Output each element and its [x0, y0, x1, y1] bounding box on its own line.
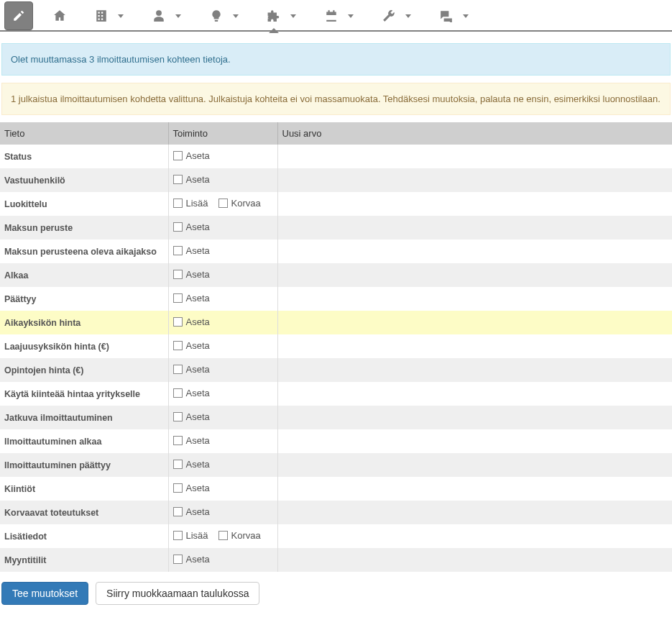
set-checkbox[interactable]: Aseta — [173, 316, 210, 327]
table-row: KiintiötAseta — [0, 477, 672, 501]
set-checkbox-input[interactable] — [173, 365, 183, 374]
add-label: Lisää — [186, 198, 208, 209]
set-checkbox-input[interactable] — [173, 175, 183, 184]
set-checkbox[interactable]: Aseta — [173, 269, 210, 280]
table-row: LuokitteluLisääKorvaa — [0, 192, 672, 216]
table-row: VastuuhenkilöAseta — [0, 168, 672, 192]
set-checkbox-input[interactable] — [173, 151, 183, 160]
set-checkbox-input[interactable] — [173, 317, 183, 327]
caret-down-icon — [233, 14, 239, 18]
replace-checkbox-input[interactable] — [218, 199, 228, 208]
set-checkbox-input[interactable] — [173, 222, 183, 232]
set-checkbox[interactable]: Aseta — [173, 150, 210, 161]
set-checkbox[interactable]: Aseta — [173, 506, 210, 517]
nav-calendar[interactable] — [310, 0, 368, 32]
lightbulb-icon — [210, 9, 223, 22]
replace-checkbox-input[interactable] — [218, 531, 228, 540]
nav-user[interactable] — [138, 0, 195, 32]
nav-chat[interactable] — [425, 0, 483, 32]
set-checkbox-input[interactable] — [173, 293, 183, 303]
field-label: Ilmoittautuminen päättyy — [4, 460, 111, 470]
edit-mode-button[interactable] — [4, 1, 33, 30]
set-label: Aseta — [186, 316, 210, 327]
mass-edit-table: Tieto Toiminto Uusi arvo StatusAsetaVast… — [0, 122, 672, 572]
set-checkbox-input[interactable] — [173, 412, 183, 421]
table-row: StatusAseta — [0, 145, 672, 168]
set-checkbox-input[interactable] — [173, 341, 183, 350]
set-checkbox-input[interactable] — [173, 483, 183, 493]
home-icon — [53, 9, 66, 22]
set-label: Aseta — [186, 459, 210, 470]
set-checkbox-input[interactable] — [173, 246, 183, 255]
nav-home[interactable] — [39, 0, 80, 32]
replace-checkbox[interactable]: Korvaa — [218, 530, 261, 541]
set-label: Aseta — [186, 554, 210, 565]
replace-checkbox[interactable]: Korvaa — [218, 198, 261, 209]
th-field: Tieto — [0, 122, 168, 145]
value-cell — [277, 287, 672, 311]
replace-label: Korvaa — [231, 530, 261, 541]
set-checkbox[interactable]: Aseta — [173, 293, 210, 304]
value-cell — [277, 358, 672, 382]
pencil-icon — [12, 9, 25, 22]
caret-down-icon — [118, 14, 124, 18]
set-checkbox-input[interactable] — [173, 555, 183, 564]
nav-org[interactable] — [80, 0, 138, 32]
set-checkbox[interactable]: Aseta — [173, 174, 210, 185]
field-label: Laajuusyksikön hinta (€) — [4, 342, 109, 352]
table-row: Maksun perusteena oleva aikajaksoAseta — [0, 240, 672, 263]
replace-label: Korvaa — [231, 198, 261, 209]
add-checkbox[interactable]: Lisää — [173, 530, 208, 541]
table-row: Jatkuva ilmoittautuminenAseta — [0, 406, 672, 429]
edit-in-table-button[interactable]: Siirry muokkaamaan taulukossa — [96, 582, 259, 605]
nav-idea[interactable] — [195, 0, 253, 32]
value-cell — [277, 216, 672, 240]
apply-button[interactable]: Tee muutokset — [1, 582, 88, 605]
caret-down-icon — [290, 14, 296, 18]
table-row: Aikayksikön hintaAseta — [0, 311, 672, 334]
th-value: Uusi arvo — [277, 122, 672, 145]
set-checkbox-input[interactable] — [173, 507, 183, 516]
set-checkbox-input[interactable] — [173, 270, 183, 279]
set-checkbox[interactable]: Aseta — [173, 411, 210, 422]
add-checkbox-input[interactable] — [173, 531, 183, 540]
field-label: Maksun peruste — [4, 223, 73, 233]
field-label: Luokittelu — [4, 199, 47, 209]
table-row: LisätiedotLisääKorvaa — [0, 524, 672, 548]
user-icon — [152, 9, 165, 22]
set-checkbox[interactable]: Aseta — [173, 340, 210, 351]
chat-icon — [440, 9, 453, 22]
table-row: Ilmoittautuminen päättyyAseta — [0, 453, 672, 477]
table-row: Opintojen hinta (€)Aseta — [0, 358, 672, 382]
field-label: Maksun perusteena oleva aikajakso — [4, 247, 157, 257]
set-checkbox[interactable]: Aseta — [173, 222, 210, 232]
set-checkbox-input[interactable] — [173, 388, 183, 398]
set-label: Aseta — [186, 293, 210, 304]
set-label: Aseta — [186, 506, 210, 517]
value-cell — [277, 477, 672, 501]
set-checkbox[interactable]: Aseta — [173, 245, 210, 256]
value-cell — [277, 168, 672, 192]
value-cell — [277, 334, 672, 358]
set-label: Aseta — [186, 364, 210, 375]
field-label: Opintojen hinta (€) — [4, 365, 83, 375]
add-checkbox[interactable]: Lisää — [173, 198, 208, 209]
set-checkbox[interactable]: Aseta — [173, 554, 210, 565]
table-row: Käytä kiinteää hintaa yritykselleAseta — [0, 382, 672, 406]
value-cell — [277, 406, 672, 429]
set-label: Aseta — [186, 411, 210, 422]
set-checkbox[interactable]: Aseta — [173, 483, 210, 493]
set-label: Aseta — [186, 435, 210, 446]
set-label: Aseta — [186, 388, 210, 398]
set-checkbox-input[interactable] — [173, 436, 183, 445]
nav-tools[interactable] — [368, 0, 425, 32]
set-checkbox[interactable]: Aseta — [173, 435, 210, 446]
set-checkbox[interactable]: Aseta — [173, 364, 210, 375]
add-checkbox-input[interactable] — [173, 199, 183, 208]
building-icon — [95, 9, 108, 22]
set-checkbox[interactable]: Aseta — [173, 459, 210, 470]
set-checkbox[interactable]: Aseta — [173, 388, 210, 398]
value-cell — [277, 501, 672, 524]
nav-puzzle[interactable] — [253, 0, 310, 32]
set-checkbox-input[interactable] — [173, 460, 183, 469]
